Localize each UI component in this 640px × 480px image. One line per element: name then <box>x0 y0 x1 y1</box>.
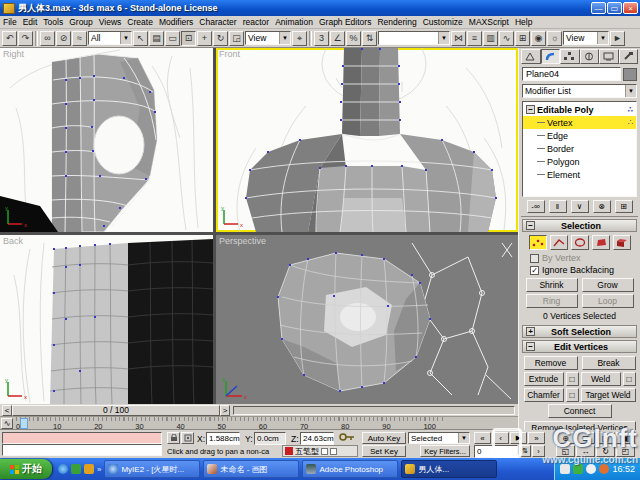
chamfer-button[interactable]: Chamfer <box>524 388 564 402</box>
extrude-button[interactable]: Extrude <box>524 372 564 386</box>
viewport-perspective-canvas[interactable] <box>216 235 518 404</box>
select-move-icon[interactable]: + <box>197 31 212 46</box>
chevron-down-icon[interactable]: ▼ <box>279 32 290 44</box>
menu-file[interactable]: File <box>0 17 20 27</box>
viewport-right-label[interactable]: Right <box>3 49 24 59</box>
viewport-back-label[interactable]: Back <box>3 236 23 246</box>
target-weld-button[interactable]: Target Weld <box>581 388 636 402</box>
go-to-start-icon[interactable]: « <box>474 432 491 444</box>
selection-rollout-header[interactable]: −Selection <box>522 219 637 232</box>
viewport-back-canvas[interactable] <box>0 235 213 404</box>
edge-subobject-icon[interactable] <box>550 235 568 250</box>
quicklaunch-ie-icon[interactable] <box>58 464 68 474</box>
quicklaunch-media-icon[interactable] <box>84 464 94 474</box>
by-vertex-row[interactable]: By Vertex <box>527 253 640 263</box>
menu-character[interactable]: Character <box>196 17 239 27</box>
unlink-icon[interactable]: ⊘ <box>56 31 71 46</box>
ignore-backfacing-row[interactable]: ✓ Ignore Backfacing <box>527 265 640 275</box>
stack-item-edge[interactable]: Edge <box>523 129 636 142</box>
z-coordinate-field[interactable]: 24.63cm <box>300 432 334 445</box>
render-type-dropdown[interactable]: View▼ <box>563 31 609 45</box>
weld-button[interactable]: Weld <box>581 372 621 386</box>
menu-edit[interactable]: Edit <box>20 17 41 27</box>
y-coordinate-field[interactable]: 0.0cm <box>254 432 286 445</box>
ref-coord-dropdown[interactable]: View▼ <box>245 31 291 45</box>
selection-filter-dropdown[interactable]: All▼ <box>88 31 132 45</box>
chevron-down-icon[interactable]: ▼ <box>120 32 131 44</box>
taskbar-task-photoshop[interactable]: Adobe Photoshop <box>302 460 398 478</box>
tray-antivirus-icon[interactable] <box>573 464 583 474</box>
use-pivot-icon[interactable]: ⌖ <box>292 31 307 46</box>
stack-item-element[interactable]: Element <box>523 168 636 181</box>
polygon-subobject-icon[interactable] <box>592 235 610 250</box>
chevron-down-icon[interactable]: ▼ <box>458 433 469 443</box>
select-by-name-icon[interactable]: ▤ <box>149 31 164 46</box>
schematic-view-icon[interactable]: ⊞ <box>515 31 530 46</box>
start-button[interactable]: 开始 <box>0 459 52 479</box>
zoom-extents-all-icon[interactable]: ▣ <box>616 432 635 444</box>
viewport-front-canvas[interactable] <box>216 48 518 232</box>
rect-region-icon[interactable]: ▭ <box>165 31 180 46</box>
zoom-extents-icon[interactable]: ▢ <box>596 432 615 444</box>
quick-render-icon[interactable]: ► <box>610 31 625 46</box>
menu-group[interactable]: Group <box>66 17 96 27</box>
shrink-button[interactable]: Shrink <box>526 278 578 292</box>
menu-modifiers[interactable]: Modifiers <box>156 17 196 27</box>
window-crossing-icon[interactable]: ⊡ <box>181 31 196 46</box>
menu-reactor[interactable]: reactor <box>240 17 272 27</box>
close-icon[interactable]: × <box>623 2 638 14</box>
tray-volume-icon[interactable] <box>586 464 596 474</box>
select-object-icon[interactable]: ↖ <box>133 31 148 46</box>
chevron-down-icon[interactable]: ▼ <box>597 32 608 44</box>
region-zoom-icon[interactable]: ◱ <box>556 445 575 457</box>
menu-tools[interactable]: Tools <box>40 17 66 27</box>
select-rotate-icon[interactable]: ↻ <box>213 31 228 46</box>
object-name-field[interactable]: Plane04 <box>522 67 621 81</box>
menu-animation[interactable]: Animation <box>272 17 316 27</box>
menu-help[interactable]: Help <box>512 17 535 27</box>
material-editor-icon[interactable]: ◉ <box>531 31 546 46</box>
current-frame-field[interactable]: 0 <box>474 445 518 458</box>
lock-selection-icon[interactable] <box>167 432 180 444</box>
menu-views[interactable]: Views <box>96 17 125 27</box>
ime-keyboard-icon[interactable] <box>330 448 337 455</box>
viewport-perspective-label[interactable]: Perspective <box>219 236 266 246</box>
grow-button[interactable]: Grow <box>582 278 634 292</box>
display-tab-icon[interactable] <box>599 49 619 64</box>
remove-modifier-icon[interactable]: ⊗ <box>593 200 611 213</box>
chevron-down-icon[interactable]: ▼ <box>438 32 449 44</box>
chamfer-settings-icon[interactable]: □ <box>566 388 579 402</box>
zoom-icon[interactable]: ⊕ <box>556 432 575 444</box>
named-selection-dropdown[interactable]: ▼ <box>378 31 450 45</box>
menu-create[interactable]: Create <box>124 17 156 27</box>
spinner-snap-icon[interactable]: ⇅ <box>362 31 377 46</box>
stack-item-border[interactable]: Border <box>523 142 636 155</box>
minimize-icon[interactable]: — <box>591 2 606 14</box>
curve-editor-icon[interactable]: ∿ <box>499 31 514 46</box>
ignore-backfacing-checkbox[interactable]: ✓ <box>530 266 539 275</box>
set-key-filter-dropdown[interactable]: Selected▼ <box>408 432 470 444</box>
show-end-result-icon[interactable]: ‖ <box>549 200 567 213</box>
go-to-end-icon[interactable]: » <box>528 432 545 444</box>
time-slider-track[interactable] <box>233 406 515 415</box>
angle-snap-icon[interactable]: ∠ <box>330 31 345 46</box>
break-button[interactable]: Break <box>582 356 636 370</box>
chevron-down-icon[interactable]: ▼ <box>625 85 636 97</box>
edit-vertices-rollout-header[interactable]: −Edit Vertices <box>522 340 637 353</box>
viewport-right-canvas[interactable] <box>0 48 213 232</box>
time-slider-handle[interactable]: 0 / 100 <box>12 405 220 416</box>
absolute-mode-icon[interactable] <box>181 432 194 444</box>
object-color-swatch[interactable] <box>623 68 637 81</box>
menu-rendering[interactable]: Rendering <box>374 17 419 27</box>
restore-icon[interactable]: ▭ <box>607 2 622 14</box>
viewport-right[interactable]: Right <box>0 48 213 232</box>
align-icon[interactable]: ≡ <box>467 31 482 46</box>
menu-graph-editors[interactable]: Graph Editors <box>316 17 374 27</box>
time-next-icon[interactable]: > <box>220 405 230 416</box>
make-unique-icon[interactable]: ∨ <box>571 200 589 213</box>
maxscript-listener-pink[interactable] <box>2 432 162 444</box>
mini-curve-editor-icon[interactable]: ∿ <box>1 418 13 429</box>
render-scene-icon[interactable]: ☼ <box>547 31 562 46</box>
viewport-front[interactable]: Front <box>216 48 518 232</box>
maximize-viewport-icon[interactable]: ◰ <box>616 445 635 457</box>
